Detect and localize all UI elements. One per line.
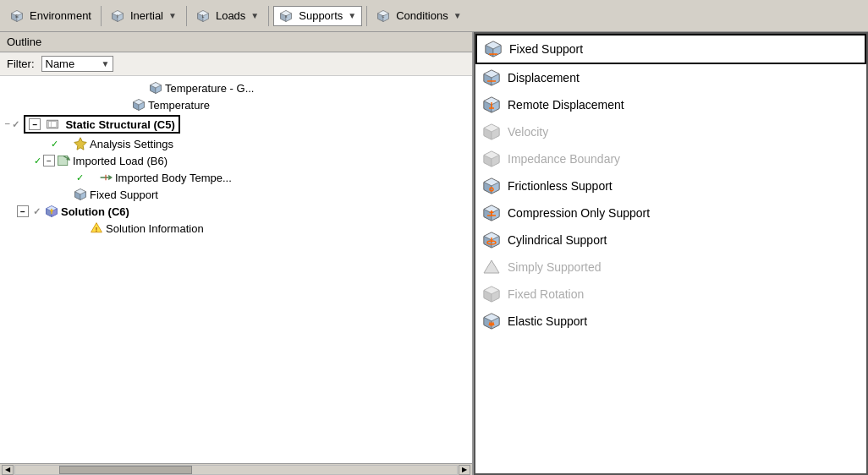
impedance-boundary-menu-label: Impedance Boundary [508,152,620,166]
tree-node-solution[interactable]: − ✓ Solution (C6) [0,203,472,220]
expand-placeholder-3 [60,138,72,150]
scroll-track[interactable] [14,465,458,475]
menu-item-fixed-support[interactable]: Fixed Support [475,34,866,64]
toolbar-sep-1 [101,6,102,26]
toolbar-environment[interactable]: E Environment [5,7,96,25]
menu-item-displacement[interactable]: Displacement [475,64,866,91]
tree-node-static-structural[interactable]: ─ ✓ − Static Structural (C5) [0,113,472,135]
svg-marker-40 [108,175,113,180]
simply-supported-menu-icon [482,258,501,276]
svg-line-60 [492,54,492,55]
temp-g-label: Temperature - G... [165,82,254,95]
tree-area: Temperature - G... Temperature ─ [0,76,472,463]
svg-line-59 [490,54,491,55]
menu-item-cylindrical-support[interactable]: Cylindrical Support [475,227,866,254]
loads-dropdown-arrow: ▼ [250,11,259,20]
analysis-check-icon: ✓ [51,139,58,150]
scroll-left-button[interactable]: ◀ [2,465,14,475]
solution-expand-icon[interactable]: − [17,205,29,217]
analysis-settings-icon [74,137,87,150]
svg-text:E: E [15,14,19,19]
scroll-thumb[interactable] [59,466,192,474]
filter-select[interactable]: Name ▼ [41,56,114,72]
velocity-menu-icon [482,123,501,141]
elastic-support-menu-icon [482,312,501,330]
fixed-support-tree-icon [74,188,87,201]
expand-placeholder-7 [76,222,88,234]
cylindrical-support-menu-label: Cylindrical Support [508,233,607,247]
ss-node-icon [46,117,59,131]
solution-info-icon: ! [90,221,103,235]
tree-node-analysis-settings[interactable]: ✓ Analysis Settings [0,135,472,152]
scroll-right-button[interactable]: ▶ [459,465,470,475]
svg-text:I: I [117,14,118,19]
main-area: Outline Filter: Name ▼ [0,32,868,475]
menu-item-frictionless-support[interactable]: Frictionless Support [475,172,866,199]
filter-bar: Filter: Name ▼ [0,52,472,76]
tree-node-imported-load[interactable]: ✓ − Imported Load (B6) [0,152,472,169]
imported-body-icon [99,171,113,184]
tree-node-temp-g[interactable]: Temperature - G... [0,79,472,96]
remote-displacement-menu-label: Remote Displacement [508,98,624,112]
loads-icon: L [196,9,210,23]
tree-node-temp[interactable]: Temperature [0,96,472,113]
menu-item-simply-supported: Simply Supported [475,254,866,281]
fixed-rotation-menu-icon [482,285,501,303]
frictionless-support-menu-label: Frictionless Support [508,179,613,193]
tree-node-imported-body[interactable]: ✓ Imported Body Tempe... [0,169,472,186]
solution-icon [45,205,58,218]
toolbar-sep-3 [268,6,269,26]
fixed-support-menu-icon [484,40,503,58]
menu-item-remote-displacement[interactable]: Remote Displacement [475,91,866,118]
elastic-support-menu-label: Elastic Support [508,314,587,328]
supports-dropdown-menu: Fixed Support Displacement [474,32,868,475]
tree-node-solution-info[interactable]: ! Solution Information [0,220,472,237]
environment-icon: E [10,9,24,23]
expand-placeholder-5 [47,188,58,200]
menu-item-compression-only[interactable]: Compression Only Support [475,199,866,227]
toolbar-sep-2 [186,6,187,26]
fixed-rotation-menu-label: Fixed Rotation [508,287,584,301]
displacement-menu-icon [482,68,501,87]
svg-line-61 [493,54,494,55]
toolbar-loads[interactable]: L Loads ▼ [191,7,264,25]
temp-label: Temperature [148,99,210,112]
filter-value: Name [46,57,96,70]
svg-text:L: L [202,14,205,19]
menu-item-elastic-support[interactable]: Elastic Support [475,308,866,335]
toolbar-inertial[interactable]: I Inertial ▼ [106,7,182,25]
imported-load-label: Imported Load (B6) [73,155,168,167]
conditions-dropdown-arrow: ▼ [453,11,462,20]
outline-panel: Outline Filter: Name ▼ [0,32,474,475]
conditions-icon: C [376,9,390,23]
inertial-icon: I [111,9,124,23]
solution-label: Solution (C6) [61,205,129,218]
supports-dropdown-arrow: ▼ [348,11,356,20]
horizontal-scrollbar[interactable]: ◀ ▶ [0,463,472,475]
expand-placeholder-4 [85,172,97,183]
outline-title: Outline [7,35,41,48]
svg-rect-34 [49,122,58,127]
frictionless-support-menu-icon [482,177,501,195]
menu-item-impedance-boundary: Impedance Boundary [475,145,866,172]
inertial-dropdown-arrow: ▼ [168,11,177,20]
solution-info-label: Solution Information [106,222,204,235]
outline-header: Outline [0,32,472,52]
imported-load-expand[interactable]: − [43,155,55,167]
cylindrical-support-menu-icon [482,231,501,249]
filter-label: Filter: [7,57,35,70]
imported-body-label: Imported Body Tempe... [115,172,232,184]
ss-check-icon: ✓ [9,118,21,130]
tree-node-fixed-support[interactable]: Fixed Support [0,186,472,203]
menu-item-velocity: Velocity [475,118,866,145]
ss-expand-icon[interactable]: − [29,118,41,130]
svg-text:S: S [285,14,288,19]
fixed-support-menu-label: Fixed Support [509,42,583,56]
main-toolbar: E Environment I Inertial ▼ [0,0,868,32]
temp-icon [132,98,146,112]
toolbar-supports[interactable]: S Supports ▼ [273,6,362,26]
toolbar-conditions[interactable]: C Conditions ▼ [371,7,466,25]
remote-displacement-menu-icon [482,96,501,114]
imported-body-check-icon: ✓ [76,172,84,183]
expand-placeholder-1 [135,82,147,94]
